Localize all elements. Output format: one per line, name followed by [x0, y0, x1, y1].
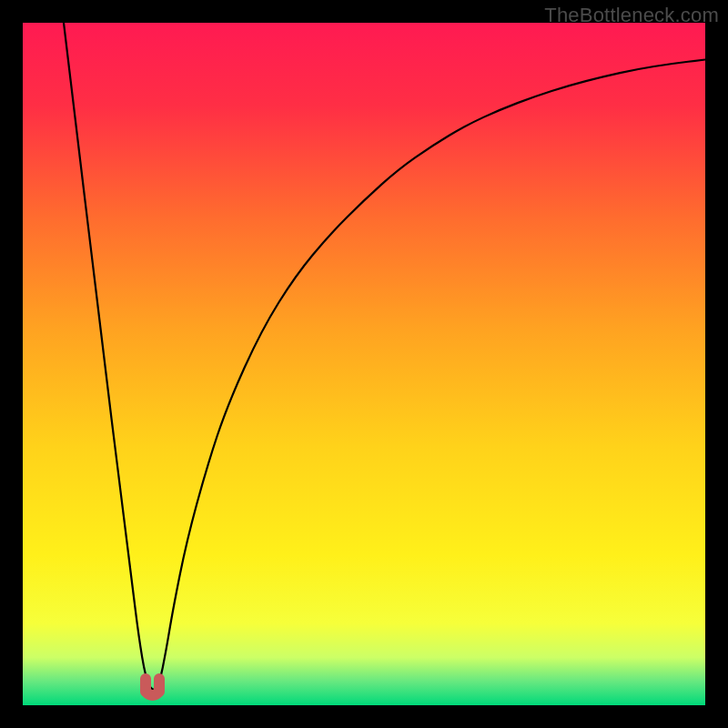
plot-area: [23, 23, 705, 705]
svg-rect-0: [23, 23, 705, 705]
watermark-text: TheBottleneck.com: [544, 4, 719, 27]
background-gradient: [23, 23, 705, 705]
chart-frame: TheBottleneck.com: [0, 0, 728, 728]
